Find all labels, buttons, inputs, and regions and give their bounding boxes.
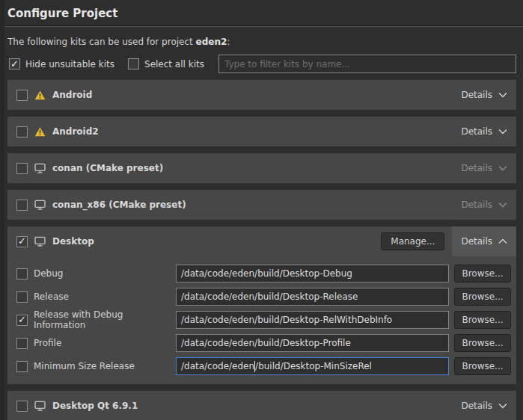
- build-config-label: Release: [34, 291, 69, 302]
- build-config-checkbox[interactable]: [16, 338, 28, 349]
- details-button[interactable]: Details: [452, 80, 516, 110]
- details-label: Details: [461, 200, 492, 210]
- warning-icon: [34, 127, 46, 137]
- build-config-row-minsizerel: Minimum Size Release /data/code/eden/bui…: [16, 357, 511, 375]
- kit-name: Android2: [52, 126, 99, 137]
- details-button[interactable]: Details: [452, 190, 516, 220]
- kit-filter-input[interactable]: [218, 55, 516, 73]
- chevron-up-icon: [498, 238, 507, 244]
- hide-unsuitable-kits-label: Hide unsuitable kits: [25, 59, 114, 70]
- details-label: Details: [461, 90, 492, 100]
- details-button[interactable]: Details: [452, 153, 516, 183]
- kit-checkbox[interactable]: [16, 126, 28, 138]
- hide-unsuitable-kits-checkbox[interactable]: Hide unsuitable kits: [9, 58, 114, 70]
- build-config-label: Release with Debug Information: [34, 309, 176, 330]
- details-label: Details: [461, 401, 492, 411]
- build-config-checkbox[interactable]: [16, 361, 28, 372]
- window-left-edge: [0, 0, 4, 420]
- details-button[interactable]: Details: [452, 117, 516, 146]
- build-dir-input[interactable]: /data/code/eden/build/Desktop-Release: [176, 288, 449, 306]
- build-dir-input[interactable]: /data/code/eden/build/Desktop-Profile: [176, 334, 449, 352]
- browse-button[interactable]: Browse...: [454, 357, 511, 375]
- details-button[interactable]: Details: [452, 391, 516, 420]
- kit-checkbox[interactable]: [16, 236, 28, 247]
- build-config-row-relwithdebinfo: Release with Debug Information /data/cod…: [16, 311, 511, 329]
- kit-panel-desktop: Desktop Manage... Details Debug /data/co…: [7, 226, 516, 384]
- build-dir-input[interactable]: /data/code/eden/build/Desktop-MinSizeRel: [176, 357, 449, 375]
- project-name: eden2: [196, 37, 227, 47]
- build-config-row-debug: Debug /data/code/eden/build/Desktop-Debu…: [16, 265, 511, 282]
- details-label: Details: [461, 126, 492, 137]
- details-button[interactable]: Details: [452, 226, 516, 256]
- select-all-kits-label: Select all kits: [144, 59, 204, 70]
- kit-name: conan (CMake preset): [52, 163, 163, 173]
- build-dir-input[interactable]: /data/code/eden/build/Desktop-Debug: [176, 265, 449, 282]
- build-config-row-release: Release /data/code/eden/build/Desktop-Re…: [16, 288, 511, 306]
- kit-checkbox[interactable]: [16, 401, 28, 412]
- intro-text: The following kits can be used for proje…: [7, 37, 516, 47]
- kit-name: Desktop Qt 6.9.1: [52, 401, 138, 411]
- monitor-icon: [34, 401, 46, 411]
- manage-button[interactable]: Manage...: [381, 232, 444, 250]
- warning-icon: [34, 90, 46, 100]
- browse-button[interactable]: Browse...: [454, 334, 511, 352]
- checkbox-icon[interactable]: [9, 58, 20, 70]
- kit-row-android2: Android2 Details: [7, 117, 516, 146]
- browse-button[interactable]: Browse...: [454, 265, 511, 282]
- monitor-icon: [34, 236, 46, 247]
- build-dir-input[interactable]: /data/code/eden/build/Desktop-RelWithDeb…: [176, 311, 449, 329]
- title-separator: [0, 25, 523, 27]
- page-title: Configure Project: [0, 0, 523, 25]
- build-config-label: Profile: [34, 338, 61, 348]
- build-dir-path: /data/code/eden/build/Desktop-RelWithDeb…: [181, 315, 392, 325]
- build-dir-path: /build/Desktop-MinSizeRel: [255, 361, 372, 371]
- details-label: Details: [461, 236, 492, 247]
- intro-suffix: :: [227, 37, 230, 47]
- kit-name: Android: [52, 90, 92, 100]
- kit-checkbox[interactable]: [16, 163, 28, 174]
- build-config-label: Debug: [34, 268, 63, 279]
- monitor-icon: [34, 200, 46, 210]
- chevron-down-icon: [498, 403, 507, 409]
- kit-row-desktop: Desktop Manage... Details: [7, 226, 516, 256]
- build-config-list: Debug /data/code/eden/build/Desktop-Debu…: [7, 265, 516, 375]
- build-config-checkbox[interactable]: [16, 315, 28, 326]
- kit-checkbox[interactable]: [16, 200, 28, 211]
- browse-button[interactable]: Browse...: [454, 288, 511, 306]
- intro-prefix: The following kits can be used for proje…: [7, 37, 196, 47]
- chevron-down-icon: [498, 202, 507, 208]
- build-dir-path: /data/code/eden/build/Desktop-Profile: [181, 338, 351, 348]
- kit-row-android: Android Details: [7, 80, 516, 110]
- build-config-checkbox[interactable]: [16, 291, 28, 303]
- build-config-checkbox[interactable]: [16, 268, 28, 280]
- kit-name: conan_x86 (CMake preset): [52, 200, 186, 210]
- build-dir-path: /data/code/eden: [181, 361, 254, 371]
- build-config-label: Minimum Size Release: [34, 361, 135, 371]
- build-dir-path: /data/code/eden/build/Desktop-Release: [181, 291, 358, 302]
- monitor-icon: [34, 163, 46, 173]
- chevron-down-icon: [498, 165, 507, 171]
- kit-row-conan-x86: conan_x86 (CMake preset) Details: [7, 190, 516, 220]
- chevron-down-icon: [498, 92, 507, 98]
- kit-name: Desktop: [52, 236, 94, 247]
- browse-button[interactable]: Browse...: [454, 311, 511, 329]
- details-label: Details: [461, 163, 492, 173]
- kit-list: Android Details Android2 Details conan (…: [0, 80, 523, 420]
- kit-checkbox[interactable]: [16, 90, 28, 101]
- build-config-row-profile: Profile /data/code/eden/build/Desktop-Pr…: [16, 334, 511, 352]
- chevron-down-icon: [498, 129, 507, 135]
- select-all-kits-checkbox[interactable]: Select all kits: [128, 58, 204, 70]
- kit-filter-toolbar: Hide unsuitable kits Select all kits: [9, 55, 516, 73]
- build-dir-path: /data/code/eden/build/Desktop-Debug: [181, 268, 352, 279]
- kit-row-desktop-qt-691: Desktop Qt 6.9.1 Details: [7, 391, 516, 420]
- checkbox-icon[interactable]: [128, 58, 139, 70]
- kit-row-conan: conan (CMake preset) Details: [7, 153, 516, 183]
